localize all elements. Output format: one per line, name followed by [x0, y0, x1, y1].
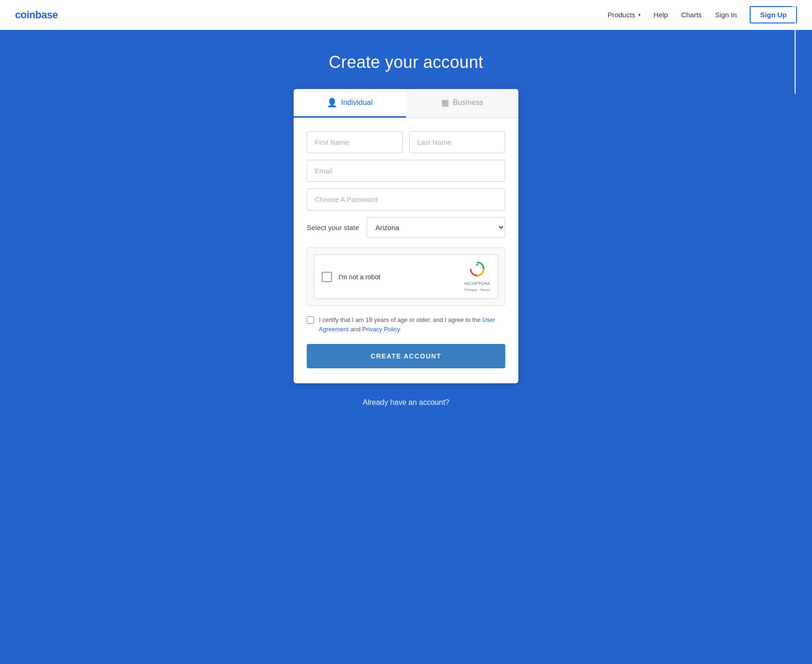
- terms-checkbox[interactable]: [307, 316, 314, 324]
- arrow-annotation: [791, 0, 799, 94]
- tab-individual-label: Individual: [341, 98, 373, 107]
- email-input[interactable]: [307, 160, 505, 182]
- nav-signin[interactable]: Sign In: [715, 11, 737, 19]
- account-type-tabs: 👤 Individual ▦ Business: [294, 89, 518, 118]
- main-content: Create your account 👤 Individual ▦ Busin…: [0, 30, 812, 435]
- recaptcha-links[interactable]: Privacy - Terms: [465, 288, 490, 292]
- recaptcha-logo-icon: [470, 261, 485, 279]
- nav-charts[interactable]: Charts: [681, 11, 701, 19]
- last-name-input[interactable]: [409, 131, 505, 153]
- arrow-line: [795, 7, 796, 94]
- recaptcha-brand-label: reCAPTCHA: [464, 281, 490, 286]
- nav-help[interactable]: Help: [654, 11, 668, 19]
- create-account-button[interactable]: CREATE ACCOUNT: [307, 344, 505, 368]
- state-label: Select your state: [307, 224, 359, 231]
- first-name-input[interactable]: [307, 131, 403, 153]
- form-body: Select your state Arizona Alabama Alaska…: [294, 118, 518, 383]
- tab-individual[interactable]: 👤 Individual: [294, 89, 406, 118]
- state-row: Select your state Arizona Alabama Alaska…: [307, 217, 505, 238]
- tab-business-label: Business: [453, 98, 483, 107]
- captcha-right: reCAPTCHA Privacy - Terms: [464, 261, 490, 292]
- svg-marker-0: [475, 263, 479, 266]
- captcha-checkbox[interactable]: [322, 272, 332, 282]
- captcha-inner: I'm not a robot: [314, 254, 498, 299]
- page-title: Create your account: [329, 52, 483, 72]
- nav-products[interactable]: Products ▾: [607, 11, 640, 19]
- arrow-head-icon: [791, 0, 799, 7]
- form-card: 👤 Individual ▦ Business: [294, 89, 518, 383]
- tab-business[interactable]: ▦ Business: [406, 89, 518, 118]
- navbar: coinbase Products ▾ Help Charts Sign In …: [0, 0, 812, 30]
- captcha-label: I'm not a robot: [339, 273, 380, 281]
- captcha-left: I'm not a robot: [322, 272, 380, 282]
- individual-icon: 👤: [327, 97, 337, 108]
- chevron-down-icon: ▾: [638, 12, 641, 17]
- email-row: [307, 160, 505, 182]
- brand-logo[interactable]: coinbase: [15, 9, 58, 21]
- nav-links: Products ▾ Help Charts Sign In Sign Up: [607, 6, 797, 23]
- business-icon: ▦: [441, 97, 449, 108]
- password-input[interactable]: [307, 188, 505, 210]
- password-row: [307, 188, 505, 210]
- captcha-container: I'm not a robot: [307, 247, 505, 306]
- terms-text: I certify that I am 18 years of age or o…: [319, 315, 505, 334]
- state-select[interactable]: Arizona Alabama Alaska Arkansas Californ…: [367, 217, 505, 238]
- footer-already-account: Already have an account?: [362, 398, 449, 407]
- privacy-policy-link[interactable]: Privacy Policy: [362, 326, 400, 333]
- name-row: [307, 131, 505, 153]
- terms-row: I certify that I am 18 years of age or o…: [307, 315, 505, 334]
- signup-button[interactable]: Sign Up: [750, 6, 797, 23]
